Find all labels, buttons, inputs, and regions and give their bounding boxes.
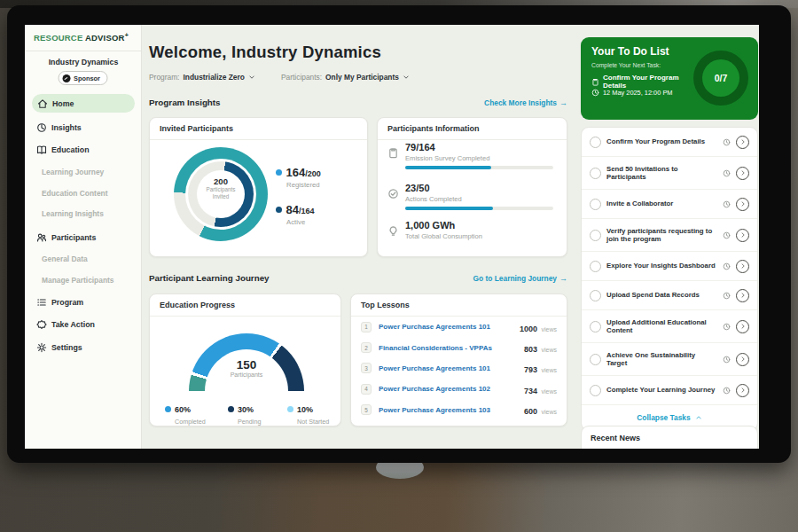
sidebar-item-insights[interactable]: Insights xyxy=(25,120,142,136)
task-chevron-button[interactable] xyxy=(736,384,749,397)
task-chevron-button[interactable] xyxy=(736,320,749,333)
task-checkbox[interactable] xyxy=(590,321,601,332)
legend-active: 84/164 Active xyxy=(276,201,314,226)
card-title: Top Lessons xyxy=(351,294,567,317)
recent-news-card: Recent News xyxy=(581,426,758,449)
program-filter-dropdown[interactable]: Program: Industrialize Zero xyxy=(149,73,255,82)
lesson-row[interactable]: 4 Power Purchase Agreements 102 734 view… xyxy=(351,379,567,399)
sponsor-badge[interactable]: Sponsor xyxy=(58,71,108,85)
sidebar-item-participants[interactable]: Participants xyxy=(25,230,142,246)
lesson-rank: 4 xyxy=(361,384,372,395)
lesson-link[interactable]: Power Purchase Agreements 102 xyxy=(379,385,524,393)
stat-label: Emission Survey Completed xyxy=(405,154,489,162)
task-checkbox[interactable] xyxy=(590,199,601,210)
task-chevron-button[interactable] xyxy=(736,229,749,242)
todo-progress-ring: 0/7 xyxy=(693,51,748,106)
home-icon xyxy=(37,98,48,109)
task-checkbox[interactable] xyxy=(590,354,601,365)
task-checkbox[interactable] xyxy=(590,168,601,179)
sidebar-item-home[interactable]: Home xyxy=(32,94,135,113)
lesson-link[interactable]: Power Purchase Agreements 103 xyxy=(379,406,524,414)
sidebar-item-learning-insights[interactable]: Learning Insights xyxy=(25,206,142,222)
stat-label: Total Global Consumption xyxy=(405,232,482,240)
lesson-link[interactable]: Power Purchase Agreements 101 xyxy=(379,364,524,372)
sidebar-item-settings[interactable]: Settings xyxy=(25,340,142,356)
todo-task-list: Confirm Your Program Details Send 50 Inv… xyxy=(581,127,758,431)
sidebar-item-manage-participants[interactable]: Manage Participants xyxy=(25,272,142,288)
task-row[interactable]: Upload Spend Data Records xyxy=(582,280,757,309)
sidebar-item-learning-journey[interactable]: Learning Journey xyxy=(25,164,142,180)
legend-not-started: 10% Not Started xyxy=(287,401,329,426)
clipboard-icon xyxy=(591,78,599,86)
clock-icon xyxy=(723,231,731,239)
arrow-right-icon: → xyxy=(559,98,567,107)
task-row[interactable]: Confirm Your Program Details xyxy=(582,128,757,156)
legend-dot xyxy=(276,207,282,213)
participants-filter-dropdown[interactable]: Participants: Only My Participants xyxy=(281,73,410,82)
actions-icon xyxy=(387,187,399,199)
clock-icon xyxy=(723,292,731,300)
stat-value: 79/164 xyxy=(405,142,435,153)
task-checkbox[interactable] xyxy=(590,230,601,241)
task-row[interactable]: Invite a Collaborator xyxy=(582,189,757,218)
task-chevron-button[interactable] xyxy=(736,289,749,302)
legend-dot xyxy=(287,406,293,412)
clock-icon xyxy=(723,356,731,364)
sidebar-item-program[interactable]: Program xyxy=(25,294,142,310)
check-more-insights-link[interactable]: Check More Insights→ xyxy=(484,98,567,107)
org-name: Industry Dynamics xyxy=(25,58,142,66)
section-title-program-insights: Program Insights xyxy=(149,98,221,107)
task-row[interactable]: Explore Your Insights Dashboard xyxy=(582,251,757,280)
task-row[interactable]: Complete Your Learning Journey xyxy=(582,375,757,404)
progress-bar xyxy=(405,207,553,210)
clock-icon xyxy=(723,138,731,146)
chevron-up-icon xyxy=(695,414,702,421)
task-chevron-button[interactable] xyxy=(736,167,749,180)
sidebar-item-general-data[interactable]: General Data xyxy=(25,251,142,267)
bulb-icon xyxy=(387,224,399,236)
task-row[interactable]: Send 50 Invitations to Participants xyxy=(582,156,757,189)
arrow-right-icon: → xyxy=(559,274,567,283)
task-row[interactable]: Verify participants requesting to join t… xyxy=(582,218,757,251)
task-checkbox[interactable] xyxy=(590,137,601,148)
task-row[interactable]: Achieve One Sustainability Target xyxy=(582,342,757,375)
dashboard-screen: RESOURCE ADVISOR+ Industry Dynamics Spon… xyxy=(25,25,759,449)
lesson-row[interactable]: 2 Financial Considerations - VPPAs 803 v… xyxy=(351,337,567,357)
task-chevron-button[interactable] xyxy=(736,198,749,211)
stat-label: Actions Completed xyxy=(405,195,462,203)
sidebar-item-education[interactable]: Education xyxy=(25,142,142,158)
task-chevron-button[interactable] xyxy=(736,136,749,149)
survey-icon xyxy=(387,146,399,158)
lesson-row[interactable]: 5 Power Purchase Agreements 103 600 view… xyxy=(351,400,567,420)
people-icon xyxy=(36,232,47,243)
book-icon xyxy=(36,145,47,155)
go-to-learning-journey-link[interactable]: Go to Learning Journey→ xyxy=(473,274,567,283)
lesson-link[interactable]: Financial Considerations - VPPAs xyxy=(379,344,524,352)
invited-participants-card: Invited Participants 200 Participants In… xyxy=(149,117,368,257)
insights-icon xyxy=(36,122,47,133)
lesson-row[interactable]: 3 Power Purchase Agreements 101 793 view… xyxy=(351,358,567,379)
task-checkbox[interactable] xyxy=(590,385,601,396)
education-progress-card: Education Progress 150 Participants 60% … xyxy=(149,293,341,426)
todo-due-date: 12 May 2025, 12:00 PM xyxy=(591,89,672,97)
sidebar: RESOURCE ADVISOR+ Industry Dynamics Spon… xyxy=(25,25,142,449)
chevron-down-icon xyxy=(403,74,410,81)
lesson-link[interactable]: Power Purchase Agreements 101 xyxy=(379,323,520,331)
donut-center-label: 200 Participants Invited xyxy=(174,176,268,200)
sidebar-item-take-action[interactable]: Take Action xyxy=(25,317,142,332)
todo-next-task: Confirm Your Program Details xyxy=(591,74,696,90)
task-chevron-button[interactable] xyxy=(736,260,749,273)
divider xyxy=(25,51,141,51)
task-checkbox[interactable] xyxy=(590,261,601,272)
card-title: Participants Information xyxy=(378,118,567,140)
sidebar-item-education-content[interactable]: Education Content xyxy=(25,185,142,201)
task-row[interactable]: Upload Additional Educational Content xyxy=(582,309,757,342)
legend-dot xyxy=(228,406,234,412)
lesson-rank: 1 xyxy=(361,322,372,332)
gear-icon xyxy=(36,342,47,353)
card-title: Invited Participants xyxy=(150,118,367,140)
stat-value: 1,000 GWh xyxy=(405,220,455,231)
task-checkbox[interactable] xyxy=(590,290,601,301)
task-chevron-button[interactable] xyxy=(736,353,749,366)
lesson-row[interactable]: 1 Power Purchase Agreements 101 1000 vie… xyxy=(351,317,567,337)
